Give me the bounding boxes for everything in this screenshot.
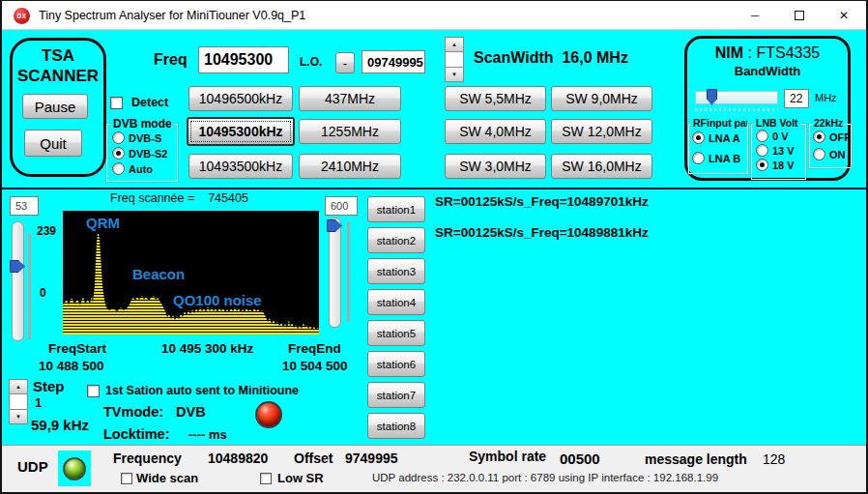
left-slider-value[interactable]: 53 — [10, 196, 39, 216]
bandwidth-slider-ticks — [695, 108, 778, 111]
mhz-437-button[interactable]: 437MHz — [299, 86, 401, 111]
freq-preset-1-button[interactable]: 10496500kHz — [188, 86, 293, 111]
step-up-button[interactable]: ▲ — [9, 379, 28, 394]
low-sr-row: Low SR — [260, 471, 324, 485]
lna-b-radio[interactable] — [692, 152, 705, 164]
scanwidth-value: 16,0 MHz — [562, 49, 627, 66]
sw-3-0-button[interactable]: SW 3,0MHz — [445, 154, 546, 179]
message-length-value: 128 — [763, 451, 785, 467]
nim-separator: : — [748, 44, 752, 61]
annotation-beacon: Beacon — [132, 266, 185, 282]
lnb-0v-label: 0 V — [772, 131, 789, 142]
station8-button[interactable]: station8 — [367, 413, 425, 439]
right-slider-groove — [347, 221, 350, 322]
dvb-mode-group: DVB mode DVB-S DVB-S2 Auto — [106, 124, 178, 182]
lnb-13v-label: 13 V — [772, 145, 795, 157]
sw-16-0-button[interactable]: SW 16,0MHz — [551, 154, 652, 179]
tsa-scanner-title: TSA SCANNER — [13, 45, 103, 86]
tvmode-label: TVmode: — [103, 404, 163, 420]
scanwidth-spinner: ▲ ▼ — [445, 37, 464, 82]
dvb-s2-label: DVB-S2 — [129, 148, 167, 160]
station2-button[interactable]: station2 — [367, 227, 425, 253]
dvb-auto-option[interactable]: Auto — [112, 162, 153, 175]
lna-a-radio[interactable] — [692, 131, 705, 144]
close-button[interactable]: ✕ — [822, 1, 866, 30]
tone-on-option[interactable]: ON — [813, 148, 846, 160]
lo-label: L.O. — [300, 55, 322, 69]
step-spinner: ▲ ▼ — [9, 379, 28, 424]
station6-button[interactable]: station6 — [367, 351, 425, 377]
minimize-button[interactable]: ─ — [733, 1, 777, 30]
frequency-value: 10489820 — [208, 450, 268, 466]
quit-button[interactable]: Quit — [24, 130, 82, 157]
dvb-s2-option[interactable]: DVB-S2 — [112, 147, 167, 160]
lnb-0v-radio[interactable] — [756, 130, 768, 142]
lnb-volt-caption: LNB Volt — [754, 117, 800, 129]
mhz-2410-button[interactable]: 2410MHz — [299, 154, 401, 179]
left-slider-track[interactable] — [12, 221, 24, 341]
lnb-18v-radio[interactable] — [756, 159, 768, 171]
auto-send-row: 1st Sation auto sent to Minitioune — [87, 384, 299, 397]
sr-info-1: SR=00125kS/s_Freq=10489701kHz — [435, 194, 649, 209]
tsa-scanner-panel: TSA SCANNER Pause Quit — [10, 38, 106, 177]
wide-scan-checkbox[interactable] — [121, 473, 132, 484]
low-sr-checkbox[interactable] — [260, 473, 272, 484]
lnb-13v-radio[interactable] — [756, 144, 768, 157]
station4-button[interactable]: station4 — [367, 289, 425, 315]
udp-led-well — [58, 450, 91, 486]
spectrum-polygon — [63, 233, 319, 334]
dvb-auto-radio[interactable] — [112, 162, 125, 175]
freq-preset-2-button[interactable]: 10495300kHz — [187, 117, 295, 146]
tsa-title-line1: TSA — [13, 45, 103, 66]
sw-9-0-button[interactable]: SW 9,0MHz — [551, 86, 652, 111]
arrow-up-icon: ▲ — [451, 42, 457, 47]
rfinput-caption: RFinput path — [691, 117, 747, 129]
lnb-0v-option[interactable]: 0 V — [756, 130, 789, 142]
sw-12-0-button[interactable]: SW 12,0MHz — [551, 119, 652, 144]
freq-label: Freq — [154, 51, 188, 69]
bandwidth-label: BandWidth — [687, 64, 848, 78]
station7-button[interactable]: station7 — [367, 382, 425, 408]
freq-scanned-line: Freq scannée = 745405 — [110, 191, 248, 205]
lo-input[interactable]: 09749995 — [362, 50, 425, 73]
dvb-s-option[interactable]: DVB-S — [112, 131, 161, 144]
lo-minus-button[interactable]: - — [335, 52, 355, 73]
udp-label: UDP — [17, 458, 48, 475]
sw-5-5-button[interactable]: SW 5,5MHz — [445, 86, 546, 111]
lnb-18v-option[interactable]: 18 V — [756, 159, 795, 171]
tone-off-option[interactable]: OFF — [813, 131, 851, 143]
mhz-1255-button[interactable]: 1255MHz — [299, 119, 401, 144]
station5-button[interactable]: station5 — [367, 320, 425, 346]
step-down-button[interactable]: ▼ — [9, 409, 28, 424]
lna-b-option[interactable]: LNA B — [692, 152, 740, 164]
sw-4-0-button[interactable]: SW 4,0MHz — [445, 119, 546, 144]
right-slider-track[interactable] — [329, 218, 341, 328]
detect-label: Detect — [131, 96, 168, 109]
detect-checkbox[interactable] — [110, 97, 123, 109]
udp-address-line: UDP address : 232.0.0.11 port : 6789 usi… — [372, 472, 718, 483]
freq-start-label: FreqStart — [48, 341, 106, 356]
symbol-rate-label: Symbol rate — [469, 449, 546, 464]
scanwidth-down-button[interactable]: ▼ — [445, 67, 464, 82]
dvb-s2-radio[interactable] — [112, 147, 125, 160]
freq-input[interactable]: 10495300 — [198, 46, 289, 73]
bandwidth-input[interactable]: 22 — [784, 89, 809, 108]
right-slider-value[interactable]: 600 — [325, 196, 358, 216]
auto-send-checkbox[interactable] — [87, 385, 100, 397]
tone-on-radio[interactable] — [813, 148, 825, 160]
dvb-s-radio[interactable] — [112, 131, 125, 144]
wide-scan-label: Wide scan — [136, 471, 198, 485]
tone-off-radio[interactable] — [813, 131, 825, 143]
scanwidth-up-button[interactable]: ▲ — [445, 37, 464, 52]
symbol-rate-value: 00500 — [560, 450, 600, 467]
station3-button[interactable]: station3 — [367, 258, 425, 284]
maximize-button[interactable] — [777, 1, 822, 30]
lna-a-option[interactable]: LNA A — [692, 131, 740, 144]
close-icon: ✕ — [839, 9, 849, 22]
udp-status-bar: UDP Frequency 10489820 Offset 9749995 Wi… — [2, 445, 866, 492]
station1-button[interactable]: station1 — [367, 196, 425, 222]
locktime-value: ---- ms — [188, 427, 227, 442]
freq-preset-3-button[interactable]: 10493500kHz — [188, 154, 293, 179]
pause-button[interactable]: Pause — [22, 94, 88, 119]
lnb-13v-option[interactable]: 13 V — [756, 144, 795, 157]
